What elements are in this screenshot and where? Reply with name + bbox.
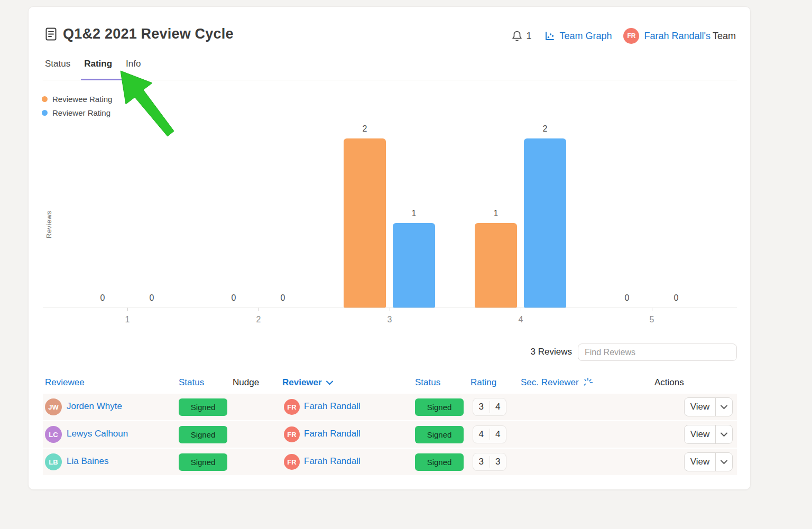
avatar: FR xyxy=(623,28,639,44)
team-graph-label: Team Graph xyxy=(559,31,612,42)
view-split-button[interactable]: View xyxy=(684,452,733,471)
view-dropdown-button[interactable] xyxy=(715,453,732,471)
table-row: LBLia BainesSignedFRFarah RandallSigned3… xyxy=(43,449,737,475)
scatter-chart-icon xyxy=(544,31,555,42)
legend-item-1: Reviewer Rating xyxy=(42,108,112,117)
active-tab-underline xyxy=(81,79,125,80)
reviewer-rating-bar xyxy=(393,223,435,308)
reviewer-avatar: FR xyxy=(284,426,300,442)
column-header-label: Sec. Reviewer xyxy=(521,377,579,388)
y-axis-label: Reviews xyxy=(45,193,53,256)
x-tick-label: 5 xyxy=(641,315,662,324)
reviewer-status-badge: Signed xyxy=(415,398,464,416)
bell-icon xyxy=(511,30,523,42)
bar-value-label: 1 xyxy=(402,209,426,218)
reviewer-avatar: FR xyxy=(284,454,300,470)
bar-value-label: 2 xyxy=(533,124,557,134)
reviewer-avatar: FR xyxy=(284,399,300,415)
reviewer-name-link[interactable]: Farah Randall xyxy=(304,456,361,467)
user-team-suffix: Team xyxy=(713,31,736,41)
reviewee-rating-bar xyxy=(344,138,386,308)
bell-count: 1 xyxy=(526,31,531,42)
bar-value-label: 0 xyxy=(140,293,163,303)
status-badge: Signed xyxy=(179,426,227,443)
column-header-label: Rating xyxy=(470,377,496,388)
status-badge: Signed xyxy=(179,398,227,416)
document-icon xyxy=(44,27,58,42)
column-header-nudge: Nudge xyxy=(233,377,259,388)
bar-value-label: 0 xyxy=(665,293,688,303)
avatar: LC xyxy=(45,426,62,443)
x-tick-label: 3 xyxy=(379,315,400,324)
x-axis-tick xyxy=(127,308,128,311)
reviewer-rating-bar xyxy=(524,138,566,308)
x-axis-tick xyxy=(259,308,259,311)
tab-bar: StatusRatingInfo xyxy=(45,59,141,77)
column-header-status[interactable]: Status xyxy=(415,377,440,388)
column-header-rating[interactable]: Rating xyxy=(470,377,496,388)
column-header-label: Reviewer xyxy=(282,377,322,388)
table-row: LCLewys CalhounSignedFRFarah RandallSign… xyxy=(43,421,737,448)
page-title: Q1&2 2021 Review Cycle xyxy=(63,26,234,42)
legend-item-0: Reviewee Rating xyxy=(42,95,112,104)
x-axis-tick xyxy=(521,308,521,311)
x-tick-label: 1 xyxy=(117,315,138,324)
reviewer-name-link[interactable]: Farah Randall xyxy=(304,429,361,439)
reviewee-name-link[interactable]: Jorden Whyte xyxy=(67,401,122,412)
tabs-divider xyxy=(43,80,737,80)
column-header-actions: Actions xyxy=(654,377,684,388)
sparkle-icon xyxy=(583,377,593,388)
team-graph-button[interactable]: Team Graph xyxy=(544,31,612,42)
view-dropdown-button[interactable] xyxy=(715,425,732,443)
current-user: FR Farah Randall'sTeam xyxy=(623,28,736,44)
view-button[interactable]: View xyxy=(685,425,715,443)
tab-status[interactable]: Status xyxy=(45,59,70,77)
reviewee-name-link[interactable]: Lewys Calhoun xyxy=(67,429,128,439)
rating-pair: 33 xyxy=(473,453,506,471)
bar-value-label: 0 xyxy=(91,293,114,303)
user-team-link[interactable]: Farah Randall's xyxy=(644,31,710,41)
reviews-count: 3 Reviews xyxy=(523,347,572,357)
notifications-button[interactable]: 1 xyxy=(511,30,531,42)
chevron-down-icon xyxy=(326,380,334,385)
reviewee-rating-bar xyxy=(475,223,517,308)
column-header-sec-reviewer[interactable]: Sec. Reviewer xyxy=(521,377,593,388)
column-header-reviewer[interactable]: Reviewer xyxy=(282,377,334,388)
bar-value-label: 0 xyxy=(271,293,294,303)
search-input[interactable] xyxy=(578,344,737,361)
rating-pair: 44 xyxy=(473,425,506,443)
reviewer-rating-value: 4 xyxy=(490,429,506,440)
column-header-label: Reviewee xyxy=(45,377,85,388)
column-header-label: Status xyxy=(179,377,204,388)
legend-dot-icon xyxy=(42,96,48,102)
column-header-label: Nudge xyxy=(233,377,259,388)
tab-info[interactable]: Info xyxy=(126,59,141,77)
avatar: LB xyxy=(45,453,62,470)
x-tick-label: 4 xyxy=(510,315,531,324)
column-header-reviewee[interactable]: Reviewee xyxy=(45,377,85,388)
column-header-status[interactable]: Status xyxy=(179,377,204,388)
view-split-button[interactable]: View xyxy=(684,397,733,416)
view-button[interactable]: View xyxy=(685,398,715,416)
bar-value-label: 2 xyxy=(353,124,376,134)
status-badge: Signed xyxy=(179,453,227,471)
view-dropdown-button[interactable] xyxy=(715,398,732,416)
chart-legend: Reviewee RatingReviewer Rating xyxy=(42,95,112,117)
bar-value-label: 0 xyxy=(615,293,639,303)
reviewer-status-badge: Signed xyxy=(415,453,464,471)
reviewee-name-link[interactable]: Lia Baines xyxy=(67,456,108,467)
reviewee-rating-value: 4 xyxy=(473,429,490,440)
header-right: 1 Team Graph FR Farah Randall'sTeam xyxy=(511,28,736,44)
legend-dot-icon xyxy=(42,110,48,116)
x-tick-label: 2 xyxy=(248,315,269,324)
view-split-button[interactable]: View xyxy=(684,425,733,444)
bar-value-label: 0 xyxy=(222,293,245,303)
reviewee-rating-value: 3 xyxy=(473,402,490,412)
view-button[interactable]: View xyxy=(685,453,715,471)
reviewer-name-link[interactable]: Farah Randall xyxy=(304,401,361,412)
tab-rating[interactable]: Rating xyxy=(84,59,112,77)
reviewer-rating-value: 3 xyxy=(490,457,506,467)
reviewer-rating-value: 4 xyxy=(490,402,506,412)
review-cycle-card: Q1&2 2021 Review Cycle 1 Team Graph xyxy=(28,6,751,490)
bar-value-label: 1 xyxy=(484,209,508,218)
